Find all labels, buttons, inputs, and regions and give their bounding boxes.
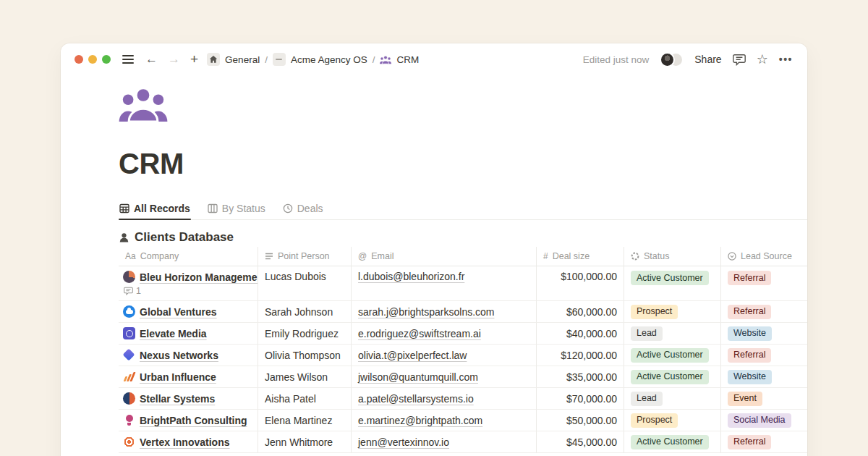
tab-deals[interactable]: Deals	[282, 203, 324, 219]
cell-company[interactable]: Stellar Systems	[119, 388, 258, 410]
cell-lead-source[interactable]: Referral	[720, 345, 807, 366]
breadcrumb-label: CRM	[396, 54, 419, 65]
column-header-point-person[interactable]: Point Person	[258, 247, 351, 266]
home-icon	[207, 53, 220, 66]
cell-point-person[interactable]: James Wilson	[258, 366, 351, 388]
badge-green: Active Customer	[631, 435, 709, 449]
cell-email[interactable]: jwilson@quantumquill.com	[351, 366, 536, 388]
cell-point-person[interactable]: Sarah Johnson	[258, 301, 351, 323]
cell-email[interactable]: jenn@vertexinnov.io	[351, 431, 536, 453]
cell-lead-source[interactable]: Referral	[720, 301, 807, 323]
cell-deal-size[interactable]: $70,000.00	[536, 388, 624, 410]
cell-lead-source[interactable]: Referral	[720, 431, 807, 453]
cell-email[interactable]: a.patel@stellarsystems.io	[351, 388, 536, 410]
cell-point-person[interactable]: Aisha Patel	[258, 388, 351, 410]
cell-company[interactable]: Bleu Horizon Management1	[119, 266, 258, 301]
company-name-link[interactable]: Bleu Horizon Management	[140, 271, 258, 283]
company-name-link[interactable]: Stellar Systems	[140, 393, 215, 405]
badge-purple: Social Media	[728, 413, 791, 428]
email-link[interactable]: olivia.t@pixelperfect.law	[358, 350, 467, 361]
company-name-link[interactable]: Nexus Networks	[140, 350, 218, 361]
column-header-email[interactable]: @Email	[351, 247, 536, 266]
cell-point-person[interactable]: Emily Rodriguez	[258, 323, 351, 345]
column-header-deal-size[interactable]: #Deal size	[536, 247, 624, 266]
cell-status[interactable]: Prospect	[624, 301, 720, 323]
company-name-link[interactable]: Urban Influence	[140, 371, 216, 383]
cell-status[interactable]: Lead	[624, 323, 720, 345]
cell-company[interactable]: Urban Influence	[119, 366, 258, 388]
share-button[interactable]: Share	[694, 54, 721, 65]
minimize-window-button[interactable]	[88, 55, 97, 64]
close-window-button[interactable]	[75, 55, 83, 64]
cell-deal-size[interactable]: $35,000.00	[536, 366, 624, 388]
cell-deal-size[interactable]: $40,000.00	[536, 323, 624, 345]
breadcrumb-item-general[interactable]: General	[207, 53, 260, 66]
cell-deal-size[interactable]: $120,000.00	[536, 345, 624, 366]
cell-point-person[interactable]: Elena Martinez	[258, 410, 351, 431]
cell-email[interactable]: e.rodriguez@swiftstream.ai	[351, 323, 536, 345]
cell-email[interactable]: l.dubois@bleuhorizon.fr	[351, 266, 536, 301]
cell-status[interactable]: Active Customer	[624, 266, 720, 301]
database-title-text[interactable]: Clients Database	[135, 230, 234, 245]
cell-status[interactable]: Prospect	[624, 410, 720, 431]
collaborator-avatars[interactable]	[660, 52, 684, 67]
cell-status[interactable]: Lead	[624, 388, 720, 410]
cell-lead-source[interactable]: Referral	[720, 266, 807, 301]
cell-status[interactable]: Active Customer	[624, 366, 720, 388]
back-arrow-icon[interactable]: ←	[145, 52, 158, 67]
forward-arrow-icon[interactable]: →	[168, 52, 180, 67]
comments-icon[interactable]	[733, 54, 746, 66]
column-header-company[interactable]: AaCompany	[119, 247, 258, 266]
company-name-link[interactable]: Global Ventures	[140, 306, 217, 318]
email-link[interactable]: jenn@vertexinnov.io	[358, 436, 449, 448]
cell-deal-size[interactable]: $60,000.00	[536, 301, 624, 323]
badge-red: Referral	[728, 305, 771, 319]
company-name-link[interactable]: BrightPath Consulting	[140, 415, 247, 426]
page-title[interactable]: CRM	[119, 148, 807, 180]
new-page-plus-icon[interactable]: +	[190, 51, 198, 67]
email-link[interactable]: e.rodriguez@swiftstream.ai	[358, 328, 481, 339]
email-link[interactable]: jwilson@quantumquill.com	[358, 371, 478, 383]
breadcrumb-item-crm[interactable]: CRM	[380, 54, 419, 65]
cell-email[interactable]: e.martinez@brightpath.com	[351, 410, 536, 431]
email-link[interactable]: sarah.j@brightsparksolns.com	[358, 306, 495, 318]
tab-by-status[interactable]: By Status	[207, 203, 266, 219]
favorite-star-icon[interactable]: ☆	[757, 53, 768, 66]
cell-company[interactable]: Elevate Media	[119, 323, 258, 345]
email-link[interactable]: l.dubois@bleuhorizon.fr	[358, 271, 464, 282]
cell-deal-size[interactable]: $50,000.00	[536, 410, 624, 431]
cell-status[interactable]: Active Customer	[624, 345, 720, 366]
company-name-link[interactable]: Elevate Media	[140, 328, 207, 339]
cell-point-person[interactable]: Lucas Dubois	[258, 266, 351, 301]
breadcrumb-item-acme-agency-os[interactable]: Acme Agency OS	[273, 53, 367, 66]
column-header-lead-source[interactable]: Lead Source	[720, 247, 807, 266]
column-header-status[interactable]: Status	[624, 247, 720, 266]
cell-deal-size[interactable]: $100,000.00	[536, 266, 624, 301]
tab-all-records[interactable]: All Records	[119, 203, 191, 219]
more-options-icon[interactable]: •••	[779, 54, 793, 65]
select-chevron-icon	[728, 252, 736, 261]
cell-lead-source[interactable]: Social Media	[720, 410, 807, 431]
edited-timestamp: Edited just now	[583, 54, 650, 65]
cell-point-person[interactable]: Jenn Whitmore	[258, 431, 351, 453]
cell-company[interactable]: Global Ventures	[119, 301, 258, 323]
sidebar-menu-icon[interactable]	[122, 55, 134, 64]
cell-company[interactable]: Vertex Innovations	[119, 431, 258, 453]
zoom-window-button[interactable]	[102, 55, 111, 64]
cell-status[interactable]: Active Customer	[624, 431, 720, 453]
cell-lead-source[interactable]: Website	[720, 323, 807, 345]
cell-lead-source[interactable]: Website	[720, 366, 807, 388]
email-link[interactable]: a.patel@stellarsystems.io	[358, 393, 474, 405]
cell-point-person[interactable]: Olivia Thompson	[258, 345, 351, 366]
cell-email[interactable]: sarah.j@brightsparksolns.com	[351, 301, 536, 323]
page-people-icon[interactable]	[119, 87, 807, 122]
email-link[interactable]: e.martinez@brightpath.com	[358, 415, 482, 426]
cell-company[interactable]: Nexus Networks	[119, 345, 258, 366]
cell-company[interactable]: BrightPath Consulting	[119, 410, 258, 431]
comment-count[interactable]: 1	[123, 286, 141, 296]
cell-lead-source[interactable]: Event	[720, 388, 807, 410]
company-name-link[interactable]: Vertex Innovations	[140, 436, 229, 448]
cell-email[interactable]: olivia.t@pixelperfect.law	[351, 345, 536, 366]
cell-deal-size[interactable]: $45,000.00	[536, 431, 624, 453]
tab-label: Deals	[297, 203, 323, 214]
